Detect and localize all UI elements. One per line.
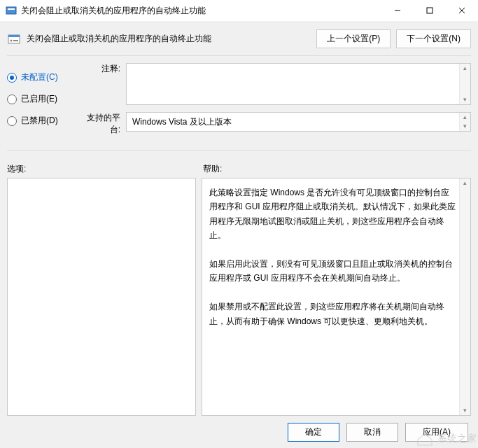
title-bar: 关闭会阻止或取消关机的应用程序的自动终止功能 <box>0 0 478 21</box>
options-panel <box>7 178 196 416</box>
panels: 此策略设置指定 Windows 是否允许没有可见顶级窗口的控制台应用程序和 GU… <box>7 178 471 416</box>
radio-not-configured[interactable]: 未配置(C) <box>7 71 77 83</box>
help-paragraph: 如果启用此设置，则没有可见顶级窗口且阻止或取消关机的控制台应用程序或 GUI 应… <box>209 257 456 286</box>
radio-dot-icon <box>7 116 17 126</box>
svg-point-8 <box>10 39 13 41</box>
radio-dot-icon <box>7 73 17 83</box>
radio-enabled[interactable]: 已启用(E) <box>7 93 77 105</box>
comment-textarea[interactable]: ▴ ▾ <box>126 63 471 105</box>
apply-button[interactable]: 应用(A) <box>405 423 468 442</box>
previous-setting-button[interactable]: 上一个设置(P) <box>316 29 391 48</box>
help-label: 帮助: <box>203 163 222 175</box>
policy-icon <box>7 32 21 46</box>
svg-rect-7 <box>8 35 20 37</box>
scroll-down-icon: ▾ <box>463 123 467 130</box>
app-icon <box>6 5 17 16</box>
platform-label: 支持的平台: <box>77 112 126 136</box>
scroll-down-icon: ▾ <box>463 407 467 414</box>
separator <box>7 150 471 150</box>
help-paragraph: 此策略设置指定 Windows 是否允许没有可见顶级窗口的控制台应用程序和 GU… <box>209 186 456 243</box>
cancel-button[interactable]: 取消 <box>346 423 398 442</box>
scroll-down-icon: ▾ <box>463 97 467 103</box>
options-label: 选项: <box>7 163 203 175</box>
header-bar: 关闭会阻止或取消关机的应用程序的自动终止功能 上一个设置(P) 下一个设置(N) <box>7 21 471 55</box>
svg-rect-0 <box>6 7 16 14</box>
radio-label: 已禁用(D) <box>21 115 58 127</box>
maximize-button[interactable] <box>414 0 446 21</box>
radio-label: 未配置(C) <box>21 71 58 83</box>
scrollbar[interactable]: ▴ ▾ <box>459 178 470 415</box>
minimize-button[interactable] <box>381 0 414 21</box>
radio-dot-icon <box>7 94 17 104</box>
scrollbar[interactable]: ▴ ▾ <box>459 64 470 104</box>
radio-label: 已启用(E) <box>21 93 57 105</box>
help-paragraph: 如果禁用或不配置此设置，则这些应用程序将在关机期间自动终止，从而有助于确保 Wi… <box>209 300 456 328</box>
scroll-up-icon: ▴ <box>463 65 467 71</box>
svg-rect-1 <box>8 8 15 10</box>
panel-labels: 选项: 帮助: <box>7 163 471 175</box>
scroll-up-icon: ▴ <box>463 114 467 120</box>
close-button[interactable] <box>446 0 478 21</box>
content-area: 关闭会阻止或取消关机的应用程序的自动终止功能 上一个设置(P) 下一个设置(N)… <box>0 21 478 448</box>
radio-group: 未配置(C) 已启用(E) 已禁用(D) <box>7 63 77 140</box>
platform-field: Windows Vista 及以上版本 ▴ ▾ <box>126 112 471 132</box>
platform-row: 支持的平台: Windows Vista 及以上版本 ▴ ▾ <box>77 112 471 136</box>
scroll-up-icon: ▴ <box>463 180 467 186</box>
platform-value: Windows Vista 及以上版本 <box>132 117 232 127</box>
svg-rect-3 <box>427 8 433 13</box>
ok-button[interactable]: 确定 <box>288 423 339 442</box>
separator <box>7 55 471 56</box>
scrollbar[interactable]: ▴ ▾ <box>459 113 470 131</box>
window-title: 关闭会阻止或取消关机的应用程序的自动终止功能 <box>21 0 381 21</box>
svg-rect-9 <box>13 40 18 41</box>
window-controls <box>381 0 478 21</box>
help-panel: 此策略设置指定 Windows 是否允许没有可见顶级窗口的控制台应用程序和 GU… <box>202 178 471 416</box>
radio-disabled[interactable]: 已禁用(D) <box>7 115 77 127</box>
comment-label: 注释: <box>77 63 126 105</box>
comment-row: 注释: ▴ ▾ <box>77 63 471 105</box>
policy-title: 关闭会阻止或取消关机的应用程序的自动终止功能 <box>27 33 311 45</box>
config-row: 未配置(C) 已启用(E) 已禁用(D) 注释: ▴ ▾ <box>7 63 471 140</box>
next-setting-button[interactable]: 下一个设置(N) <box>396 29 471 48</box>
footer: 确定 取消 应用(A) <box>7 416 471 442</box>
